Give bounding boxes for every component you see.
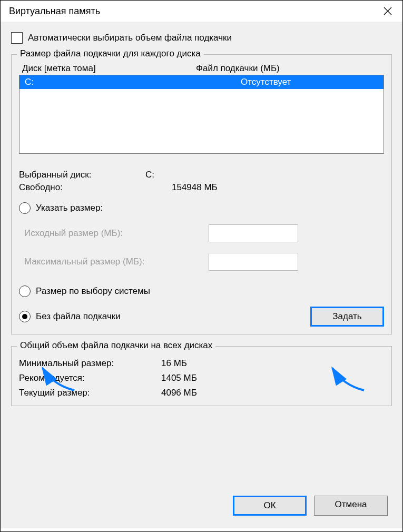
radio-no-pagefile[interactable] (19, 311, 31, 322)
initial-size-input[interactable] (209, 224, 298, 242)
radio-no-pagefile-label: Без файла подкачки (36, 311, 121, 322)
selected-drive-block: Выбранный диск: C: Свободно: 154948 МБ (19, 170, 384, 193)
max-size-input[interactable] (209, 253, 298, 271)
cancel-button[interactable]: Отмена (314, 496, 388, 516)
drive-list[interactable]: C: Отсутствует (19, 75, 384, 154)
header-pagefile: Файл подкачки (МБ) (196, 63, 381, 74)
min-size-label: Минимальный размер: (19, 358, 161, 369)
radio-custom-label: Указать размер: (36, 203, 103, 213)
radio-custom-row: Указать размер: (19, 202, 384, 214)
close-icon (384, 7, 392, 15)
free-space-value: 154948 МБ (140, 182, 218, 193)
ok-button[interactable]: ОК (233, 496, 307, 516)
dialog-body: Автоматически выбирать объем файла подка… (1, 22, 402, 528)
totals-group: Общий объем файла подкачки на всех диска… (11, 346, 392, 406)
drive-pagefile-value: Отсутствует (230, 77, 378, 87)
min-size-value: 16 МБ (161, 358, 187, 369)
drive-list-header: Диск [метка тома] Файл подкачки (МБ) (19, 62, 384, 75)
drive-row[interactable]: C: Отсутствует (19, 75, 384, 89)
set-row: Без файла подкачки Задать (19, 307, 384, 327)
auto-manage-row: Автоматически выбирать объем файла подка… (11, 32, 392, 44)
radio-custom-size[interactable] (19, 202, 31, 214)
set-button[interactable]: Задать (310, 307, 384, 327)
rec-size-value: 1405 МБ (161, 373, 197, 383)
window-title: Виртуальная память (9, 6, 100, 17)
custom-size-inputs: Исходный размер (МБ): Максимальный разме… (24, 224, 384, 271)
cur-size-value: 4096 МБ (161, 388, 197, 398)
cur-size-label: Текущий размер: (19, 388, 161, 398)
initial-size-label: Исходный размер (МБ): (24, 228, 209, 239)
header-drive: Диск [метка тома] (22, 63, 196, 74)
max-size-label: Максимальный размер (МБ): (24, 257, 209, 267)
radio-system-label: Размер по выбору системы (36, 286, 150, 297)
radio-system-managed[interactable] (19, 285, 31, 297)
totals-legend: Общий объем файла подкачки на всех диска… (17, 340, 215, 351)
close-button[interactable] (381, 5, 394, 17)
radio-system-row: Размер по выбору системы (19, 285, 384, 297)
selected-drive-value: C: (140, 170, 154, 180)
auto-manage-checkbox[interactable] (11, 32, 23, 44)
selected-drive-label: Выбранный диск: (19, 170, 140, 180)
dialog-buttons: ОК Отмена (233, 496, 388, 516)
titlebar: Виртуальная память (1, 1, 402, 22)
drive-label: C: (25, 77, 230, 87)
per-drive-group: Размер файла подкачки для каждого диска … (11, 54, 392, 334)
rec-size-label: Рекомендуется: (19, 373, 161, 383)
free-space-label: Свободно: (19, 182, 140, 193)
auto-manage-label: Автоматически выбирать объем файла подка… (28, 33, 232, 43)
per-drive-legend: Размер файла подкачки для каждого диска (17, 48, 204, 59)
